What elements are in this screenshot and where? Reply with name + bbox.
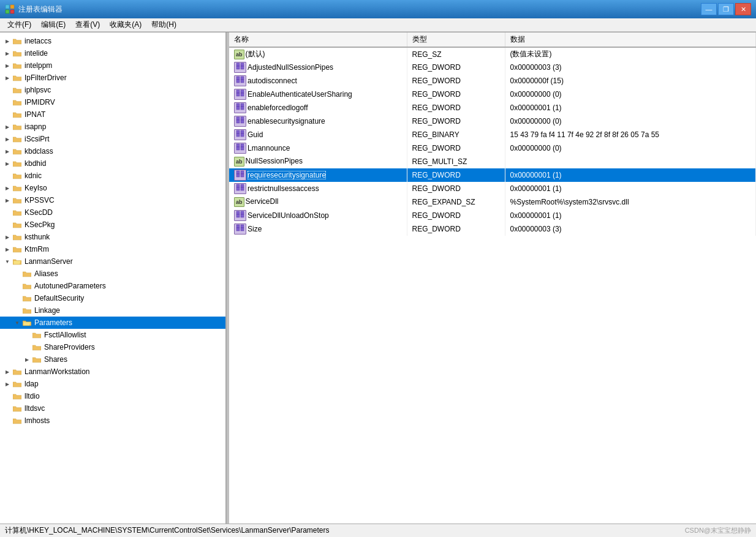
tree-item-DefaultSecurity[interactable]: DefaultSecurity [0, 292, 225, 304]
tree-item-ldap[interactable]: ▶ ldap [0, 378, 225, 390]
svg-rect-28 [236, 144, 240, 147]
tree-item-lltdio[interactable]: lltdio [0, 390, 225, 402]
reg-data-default: (数值未设置) [505, 47, 756, 61]
menu-item-f[interactable]: 文件(F) [2, 18, 36, 31]
tree-item-FsctlAllowlist[interactable]: FsctlAllowlist [0, 329, 225, 341]
folder-icon-Aliases [22, 269, 32, 279]
tree-item-AutotunedParameters[interactable]: AutotunedParameters [0, 280, 225, 292]
tree-toggle-ksthunk[interactable]: ▶ [2, 232, 12, 242]
tree-toggle-KeyIso[interactable]: ▶ [2, 183, 12, 193]
svg-rect-30 [236, 147, 240, 150]
tree-item-LanmanWorkstation[interactable]: ▶ LanmanWorkstation [0, 366, 225, 378]
tree-toggle-inetaccs[interactable]: ▶ [2, 36, 12, 46]
tree-item-kbdclass[interactable]: ▶ kbdclass [0, 145, 225, 157]
tree-item-Linkage[interactable]: Linkage [0, 304, 225, 317]
tree-toggle-kbdclass[interactable]: ▶ [2, 146, 12, 156]
table-row[interactable]: GuidREG_BINARY15 43 79 fa f4 11 7f 4e 92… [229, 128, 756, 141]
svg-rect-10 [236, 80, 240, 83]
tree-item-Aliases[interactable]: Aliases [0, 268, 225, 280]
table-row[interactable]: abServiceDllREG_EXPAND_SZ%SystemRoot%\sy… [229, 195, 756, 209]
table-row[interactable]: ServiceDllUnloadOnStopREG_DWORD0x0000000… [229, 209, 756, 222]
close-button[interactable]: ✕ [735, 3, 751, 15]
tree-item-IPMIDRV[interactable]: IPMIDRV [0, 96, 225, 108]
tree-toggle-KtmRm[interactable]: ▶ [2, 244, 12, 254]
table-row[interactable]: EnableAuthenticateUserSharingREG_DWORD0x… [229, 88, 756, 101]
tree-label-ksthunk: ksthunk [23, 233, 50, 241]
reg-type-Lmannounce: REG_DWORD [407, 141, 505, 155]
tree-toggle-Shares[interactable]: ▶ [22, 355, 32, 364]
table-row[interactable]: autodisconnectREG_DWORD0x0000000f (15) [229, 74, 756, 88]
table-row[interactable]: ab(默认)REG_SZ(数值未设置) [229, 47, 756, 61]
table-row[interactable]: restrictnullsessaccessREG_DWORD0x0000000… [229, 182, 756, 195]
tree-toggle-iphlpsvc [2, 85, 12, 95]
tree-item-KSecDD[interactable]: KSecDD [0, 206, 225, 219]
reg-name-default: ab(默认) [229, 47, 407, 61]
folder-icon-IpFilterDriver [12, 73, 22, 83]
tree-item-IpFilterDriver[interactable]: ▶ IpFilterDriver [0, 72, 225, 84]
tree-toggle-isapnp[interactable]: ▶ [2, 122, 12, 132]
table-row[interactable]: AdjustedNullSessionPipesREG_DWORD0x00000… [229, 61, 756, 74]
table-row[interactable]: LmannounceREG_DWORD0x00000000 (0) [229, 141, 756, 155]
tree-item-inetaccs[interactable]: ▶ inetaccs [0, 35, 225, 47]
tree-item-KSecPkg[interactable]: KSecPkg [0, 219, 225, 231]
table-row[interactable]: enableforcedlogoffREG_DWORD0x00000001 (1… [229, 101, 756, 115]
table-row[interactable]: SizeREG_DWORD0x00000003 (3) [229, 222, 756, 236]
column-data-header[interactable]: 数据 [505, 32, 756, 47]
tree-item-lmhosts[interactable]: lmhosts [0, 415, 225, 427]
tree-item-intelppm[interactable]: ▶ intelppm [0, 59, 225, 72]
tree-item-KtmRm[interactable]: ▶ KtmRm [0, 243, 225, 255]
tree-item-KeyIso[interactable]: ▶ KeyIso [0, 182, 225, 194]
minimize-button[interactable]: — [701, 3, 717, 15]
tree-toggle-lmhosts [2, 416, 12, 426]
table-row[interactable]: abNullSessionPipesREG_MULTI_SZ [229, 155, 756, 168]
tree-toggle-intelide[interactable]: ▶ [2, 48, 12, 58]
svg-rect-5 [241, 63, 244, 66]
reg-name-ServiceDll: abServiceDll [229, 195, 407, 209]
tree-item-ShareProviders[interactable]: ShareProviders [0, 341, 225, 353]
menu-item-v[interactable]: 查看(V) [70, 18, 105, 31]
tree-item-lltdsvc[interactable]: lltdsvc [0, 402, 225, 415]
tree-item-iScsiPrt[interactable]: ▶ iScsiPrt [0, 133, 225, 145]
svg-rect-19 [241, 107, 244, 110]
column-name-header[interactable]: 名称 [229, 32, 407, 47]
svg-rect-17 [241, 103, 244, 107]
tree-item-KPSSVC[interactable]: ▶ KPSSVC [0, 194, 225, 206]
tree-toggle-ldap[interactable]: ▶ [2, 379, 12, 389]
values-panel[interactable]: 名称 类型 数据 ab(默认)REG_SZ(数值未设置)AdjustedNull… [229, 32, 756, 524]
tree-item-Parameters[interactable]: ▼ Parameters [0, 317, 225, 329]
tree-toggle-Parameters[interactable]: ▼ [12, 318, 22, 328]
menu-item-a[interactable]: 收藏夹(A) [105, 18, 146, 31]
menu-item-e[interactable]: 编辑(E) [36, 18, 70, 31]
svg-rect-40 [236, 211, 240, 214]
svg-rect-13 [241, 90, 244, 93]
tree-toggle-LanmanWorkstation[interactable]: ▶ [2, 367, 12, 377]
tree-item-IPNAT[interactable]: IPNAT [0, 108, 225, 121]
maximize-button[interactable]: ❐ [718, 3, 734, 15]
reg-data-requiresecuritysignature: 0x00000001 (1) [505, 168, 756, 182]
tree-toggle-kbdhid[interactable]: ▶ [2, 159, 12, 168]
tree-toggle-LanmanServer[interactable]: ▼ [2, 257, 12, 266]
tree-item-kbdhid[interactable]: ▶ kbdhid [0, 157, 225, 170]
tree-item-Shares[interactable]: ▶ Shares [0, 353, 225, 366]
folder-icon-iphlpsvc [12, 85, 22, 95]
tree-label-ShareProviders: ShareProviders [43, 343, 95, 351]
registry-values-body: ab(默认)REG_SZ(数值未设置)AdjustedNullSessionPi… [229, 47, 756, 236]
tree-label-KSecDD: KSecDD [23, 208, 53, 217]
tree-item-kdnic[interactable]: kdnic [0, 170, 225, 182]
menu-item-h[interactable]: 帮助(H) [146, 18, 181, 31]
tree-panel[interactable]: ▶ inetaccs▶ intelide▶ intelppm▶ IpFilter… [0, 32, 227, 524]
reg-data-enableforcedlogoff: 0x00000001 (1) [505, 101, 756, 115]
tree-toggle-iScsiPrt[interactable]: ▶ [2, 134, 12, 144]
tree-item-ksthunk[interactable]: ▶ ksthunk [0, 231, 225, 243]
table-row[interactable]: requiresecuritysignatureREG_DWORD0x00000… [229, 168, 756, 182]
tree-toggle-IpFilterDriver[interactable]: ▶ [2, 73, 12, 83]
table-row[interactable]: enablesecuritysignatureREG_DWORD0x000000… [229, 115, 756, 128]
svg-rect-20 [236, 117, 240, 120]
tree-toggle-intelppm[interactable]: ▶ [2, 61, 12, 70]
tree-item-intelide[interactable]: ▶ intelide [0, 47, 225, 59]
tree-item-isapnp[interactable]: ▶ isapnp [0, 121, 225, 133]
tree-item-LanmanServer[interactable]: ▼ LanmanServer [0, 255, 225, 268]
tree-toggle-KPSSVC[interactable]: ▶ [2, 195, 12, 205]
column-type-header[interactable]: 类型 [407, 32, 505, 47]
tree-item-iphlpsvc[interactable]: iphlpsvc [0, 84, 225, 96]
